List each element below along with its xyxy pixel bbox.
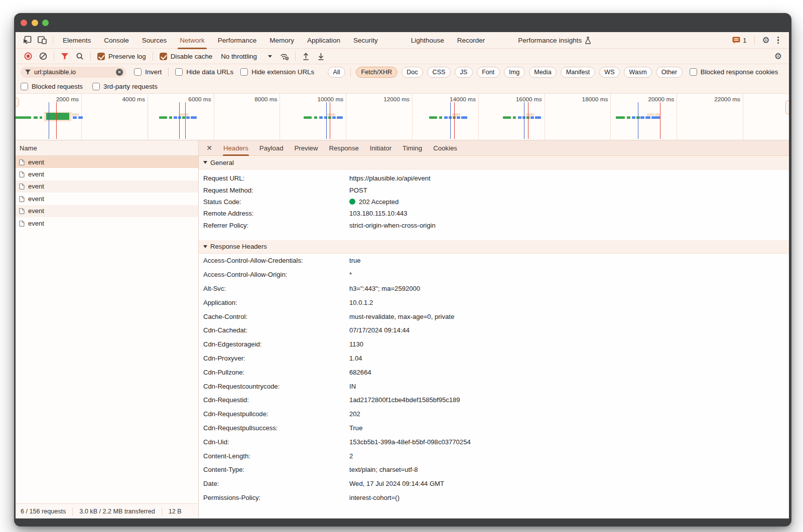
request-row[interactable]: event: [16, 168, 198, 180]
overview-right-marker: [785, 100, 789, 114]
network-overview-timeline[interactable]: 2000 ms4000 ms6000 ms8000 ms10000 ms1200…: [16, 94, 789, 140]
filter-icon[interactable]: [59, 50, 71, 62]
tab-performance-insights[interactable]: Performance insights: [511, 32, 598, 49]
close-details-icon[interactable]: ✕: [205, 144, 214, 152]
tab-elements[interactable]: Elements: [56, 32, 97, 49]
filter-type-css[interactable]: CSS: [427, 67, 451, 78]
hide-extension-urls-checkbox-box[interactable]: [240, 68, 248, 76]
header-value: interest-cohort=(): [349, 494, 399, 501]
requests-empty-area: [16, 229, 198, 503]
details-tab-cookies[interactable]: Cookies: [428, 140, 463, 156]
header-value: 2: [349, 452, 353, 460]
time-label: 18000 ms: [548, 96, 608, 103]
tab-lighthouse[interactable]: Lighthouse: [405, 32, 451, 49]
inspect-element-icon[interactable]: [22, 35, 33, 46]
blocked-response-cookies-checkbox-box[interactable]: [690, 68, 697, 76]
invert-checkbox-box[interactable]: [134, 68, 142, 76]
throttling-dropdown[interactable]: No throttling: [221, 53, 272, 60]
time-label: 10000 ms: [283, 96, 343, 103]
kebab-menu-icon[interactable]: [774, 36, 782, 45]
details-tab-initiator[interactable]: Initiator: [364, 140, 397, 156]
filter-type-manifest[interactable]: Manifest: [561, 67, 595, 78]
time-label: 4000 ms: [85, 96, 145, 103]
filter-type-wasm[interactable]: Wasm: [624, 67, 652, 78]
header-row: Content-Length:2: [199, 449, 789, 463]
tab-performance[interactable]: Performance: [211, 32, 263, 49]
filter-input[interactable]: url:plausible.io ✕: [21, 67, 126, 78]
details-tab-response[interactable]: Response: [323, 140, 364, 156]
minimize-window-button[interactable]: [32, 20, 38, 26]
filter-type-img[interactable]: Img: [504, 67, 525, 78]
clear-network-log-button[interactable]: [37, 50, 49, 62]
header-value: 202: [349, 410, 360, 418]
tab-memory[interactable]: Memory: [263, 32, 301, 49]
filter-type-ws[interactable]: WS: [599, 67, 620, 78]
hide-data-urls-checkbox[interactable]: Hide data URLs: [175, 68, 233, 76]
details-tab-preview[interactable]: Preview: [289, 140, 324, 156]
general-section-header[interactable]: General: [199, 156, 789, 169]
filter-type-font[interactable]: Font: [477, 67, 500, 78]
header-row: Date:Wed, 17 Jul 2024 09:14:44 GMT: [199, 477, 789, 491]
name-column-header[interactable]: Name: [16, 140, 198, 156]
settings-gear-icon[interactable]: ⚙: [762, 36, 770, 45]
request-row[interactable]: event: [16, 217, 198, 229]
network-toolbar: Preserve log Disable cache No throttling: [16, 49, 789, 64]
waterfall-bar: [46, 113, 69, 120]
filter-query: url:plausible.io: [34, 68, 113, 76]
preserve-log-checkbox-box[interactable]: [97, 53, 105, 60]
header-name: Cache-Control:: [203, 313, 349, 320]
third-party-requests-checkbox[interactable]: 3rd-party requests: [92, 83, 158, 90]
waterfall-bar: [169, 116, 172, 119]
header-value: 202 Accepted: [349, 198, 398, 206]
tab-network[interactable]: Network: [173, 32, 211, 49]
request-name: event: [28, 220, 44, 227]
preserve-log-checkbox[interactable]: Preserve log: [97, 53, 146, 60]
third-party-requests-checkbox-box[interactable]: [92, 83, 100, 90]
clear-filter-icon[interactable]: ✕: [116, 69, 123, 76]
blocked-requests-checkbox-box[interactable]: [21, 83, 28, 90]
filter-type-other[interactable]: Other: [656, 67, 683, 78]
record-network-log-button[interactable]: [22, 50, 34, 62]
header-row: Cdn-Pullzone:682664: [199, 365, 789, 379]
grid-line: [545, 94, 545, 140]
tab-application[interactable]: Application: [301, 32, 347, 49]
filter-type-all[interactable]: All: [328, 67, 345, 78]
header-name: Application:: [203, 299, 349, 306]
close-window-button[interactable]: [21, 20, 27, 26]
invert-checkbox[interactable]: Invert: [134, 68, 162, 76]
issues-button[interactable]: 1: [732, 37, 746, 44]
filter-bar-2: Blocked requests 3rd-party requests: [16, 80, 789, 94]
filter-type-fetch-xhr[interactable]: Fetch/XHR: [356, 67, 397, 78]
export-har-icon[interactable]: [315, 50, 327, 62]
disable-cache-checkbox-box[interactable]: [160, 53, 167, 60]
import-har-icon[interactable]: [300, 50, 312, 62]
search-icon[interactable]: [74, 50, 86, 62]
request-row[interactable]: event: [16, 156, 198, 168]
hide-data-urls-checkbox-box[interactable]: [175, 68, 183, 76]
device-toolbar-icon[interactable]: [37, 35, 48, 46]
blocked-requests-checkbox[interactable]: Blocked requests: [21, 83, 83, 90]
network-settings-gear-icon[interactable]: ⚙: [774, 52, 789, 61]
zoom-window-button[interactable]: [42, 20, 49, 26]
network-conditions-icon[interactable]: [279, 50, 291, 62]
response-headers-section-header[interactable]: Response Headers: [199, 240, 789, 254]
disable-cache-checkbox[interactable]: Disable cache: [160, 53, 213, 60]
tab-recorder[interactable]: Recorder: [451, 32, 492, 49]
details-tab-headers[interactable]: Headers: [218, 140, 254, 156]
tab-console[interactable]: Console: [97, 32, 136, 49]
request-row[interactable]: event: [16, 205, 198, 217]
blocked-response-cookies-checkbox[interactable]: Blocked response cookies: [690, 68, 778, 76]
filter-type-js[interactable]: JS: [455, 67, 473, 78]
tab-sources[interactable]: Sources: [136, 32, 174, 49]
details-tab-timing[interactable]: Timing: [397, 140, 428, 156]
request-row[interactable]: event: [16, 193, 198, 205]
hide-extension-urls-checkbox[interactable]: Hide extension URLs: [240, 68, 314, 76]
details-tab-payload[interactable]: Payload: [254, 140, 289, 156]
request-name: event: [28, 207, 44, 215]
dom-content-loaded-line: [326, 102, 327, 139]
request-row[interactable]: event: [16, 181, 198, 193]
grid-line: [743, 94, 743, 140]
tab-security[interactable]: Security: [347, 32, 384, 49]
filter-type-doc[interactable]: Doc: [401, 67, 423, 78]
filter-type-media[interactable]: Media: [529, 67, 557, 78]
